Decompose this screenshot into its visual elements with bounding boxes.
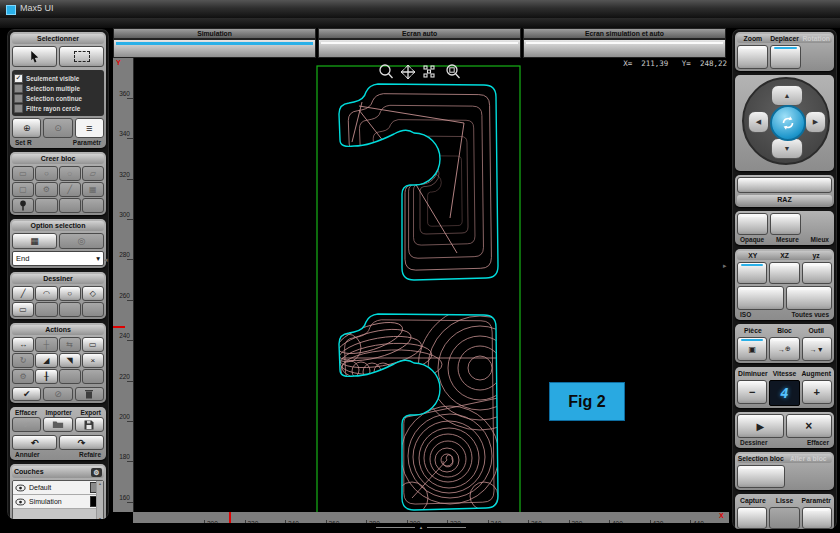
arrow-right-icon: → [810, 346, 817, 353]
zoom-mode-button[interactable] [737, 45, 768, 69]
creer-blob-button[interactable]: ◌ [59, 166, 81, 181]
creer-pin-button[interactable] [12, 198, 34, 213]
creer-circle-button[interactable]: ○ [35, 166, 57, 181]
checkbox-filtre-rayon-cercle[interactable]: Filtre rayon cercle [14, 103, 102, 113]
tab-yz[interactable]: yz [800, 251, 832, 260]
center-point-button[interactable]: ⊙ [43, 118, 72, 138]
mesure-button[interactable] [770, 213, 801, 235]
left-panel-collapse-handle[interactable]: ◂ [104, 256, 108, 264]
ruler-label-y: 220 [113, 373, 133, 413]
creer-screw-button[interactable]: ╱ [59, 182, 81, 197]
action-chamfer-button[interactable]: ◥ [59, 353, 81, 368]
action-fillet-button[interactable]: ◢ [35, 353, 57, 368]
view-xy-button[interactable] [737, 262, 767, 284]
tab-zoom[interactable]: Zoom [737, 34, 769, 43]
draw-line-button[interactable]: ╱ [12, 286, 34, 301]
bloc-button[interactable]: →⊕ [769, 337, 799, 361]
confirm-button[interactable]: ✔ [12, 387, 41, 401]
view-yz-button[interactable] [802, 262, 832, 284]
layer-row-default[interactable]: Default [13, 481, 103, 495]
pan-down-button[interactable]: ▼ [771, 138, 803, 159]
layer-settings-button[interactable]: ⚙ [91, 468, 102, 477]
speed-increase-button[interactable]: + [802, 380, 832, 404]
sphere-mode-button[interactable]: ◎ [59, 233, 104, 249]
eye-icon[interactable] [15, 498, 26, 506]
right-panel-collapse-handle[interactable]: ▸ [723, 262, 727, 270]
pan-up-button[interactable]: ▲ [771, 85, 803, 106]
draw-rect-button[interactable]: ▭ [12, 302, 34, 317]
action-box-button[interactable]: ▭ [82, 337, 104, 352]
export-label: Export [80, 409, 101, 416]
cancel-button[interactable]: ⊘ [43, 387, 72, 401]
selection-bloc-button[interactable] [737, 465, 785, 488]
creer-empty-1 [35, 198, 57, 213]
layer-row-simulation[interactable]: Simulation [13, 495, 103, 509]
section-views: XY XZ yz ISO Toutes vues [735, 249, 834, 320]
tab-ecran-simulation-et-auto[interactable]: Ecran simulation et auto [523, 28, 726, 39]
pan-right-button[interactable]: ▶ [805, 111, 826, 133]
parameters-button[interactable]: ≡ [75, 118, 104, 138]
eye-icon[interactable] [15, 484, 26, 492]
action-rotate-button[interactable]: ↻ [12, 353, 34, 368]
marquee-select-button[interactable] [59, 46, 104, 67]
grid-mode-button[interactable]: ▦ [12, 233, 57, 249]
set-r-button[interactable]: ⊕ [12, 118, 41, 138]
checkbox-selection-multiple[interactable]: Selection multiple [14, 83, 102, 93]
raz-button[interactable] [737, 177, 832, 193]
effacer-button[interactable]: ✓ [12, 417, 41, 432]
cursor-select-button[interactable] [12, 46, 57, 67]
undo-button[interactable]: ↶ [12, 435, 57, 450]
action-gear-button[interactable]: ⚙ [12, 369, 34, 384]
tab-xz[interactable]: XZ [769, 251, 801, 260]
importer-button[interactable] [43, 417, 72, 432]
erase-sim-button[interactable]: × [786, 414, 833, 438]
tab-xy[interactable]: XY [737, 251, 769, 260]
draw-circle-button[interactable]: ○ [59, 286, 81, 301]
action-trim-button[interactable]: ┼ [35, 337, 57, 352]
grid-snap-icon [424, 66, 434, 77]
export-button[interactable] [75, 417, 104, 432]
lisse-button[interactable] [769, 507, 799, 529]
canvas-view-tools[interactable] [376, 62, 466, 82]
pan-left-button[interactable]: ◀ [748, 111, 769, 133]
tab-deplacer[interactable]: Deplacer [769, 34, 801, 43]
view-all-button[interactable] [786, 286, 833, 310]
creer-slab-button[interactable]: ▱ [82, 166, 104, 181]
redo-button[interactable]: ↷ [59, 435, 104, 450]
view-xz-button[interactable] [769, 262, 799, 284]
play-button[interactable]: ▶ [737, 414, 784, 438]
layers-scrollbar[interactable]: ▴▾ [96, 481, 103, 520]
tab-rotation[interactable]: Rotation [800, 34, 832, 43]
strip-ecran-sim-auto[interactable] [523, 39, 726, 58]
trash-button[interactable] [75, 387, 104, 401]
outil-button[interactable]: →▼ [802, 337, 832, 361]
speed-decrease-button[interactable]: − [737, 380, 767, 404]
strip-simulation[interactable] [113, 39, 316, 58]
creer-rect-button[interactable]: ▭ [12, 166, 34, 181]
capture-button[interactable] [737, 507, 767, 529]
action-swap-button[interactable]: ⇆ [59, 337, 81, 352]
tab-ecran-auto[interactable]: Ecran auto [318, 28, 521, 39]
reset-view-button[interactable] [770, 105, 806, 141]
selection-mode-dropdown[interactable]: End ▾ [12, 251, 104, 266]
opaque-button[interactable] [737, 213, 768, 235]
strip-ecran-auto[interactable] [318, 39, 521, 58]
deplacer-mode-button[interactable] [770, 45, 801, 69]
view-iso-button[interactable] [737, 286, 784, 310]
draw-diamond-button[interactable]: ◇ [82, 286, 104, 301]
checkbox-selection-continue[interactable]: Selection continue [14, 93, 102, 103]
tab-simulation[interactable]: Simulation [113, 28, 316, 39]
bottom-collapse-handle[interactable]: ▴ [376, 524, 466, 530]
faint-check-icon: ✓ [23, 420, 31, 430]
creer-gear-button[interactable]: ⚙ [35, 182, 57, 197]
creer-box3d-button[interactable]: ▦ [82, 182, 104, 197]
action-divide-button[interactable]: ╂ [35, 369, 57, 384]
ruler-label-y: 320 [113, 171, 133, 211]
parametres-button[interactable] [802, 507, 832, 529]
draw-arc-button[interactable]: ◠ [35, 286, 57, 301]
action-move-button[interactable]: ↔ [12, 337, 34, 352]
piece-button[interactable]: ▣ [737, 337, 767, 361]
creer-contour-button[interactable]: ▢ [12, 182, 34, 197]
action-delete-button[interactable]: × [82, 353, 104, 368]
checkbox-seulement-visible[interactable]: ✓Seulement visible [14, 73, 102, 83]
